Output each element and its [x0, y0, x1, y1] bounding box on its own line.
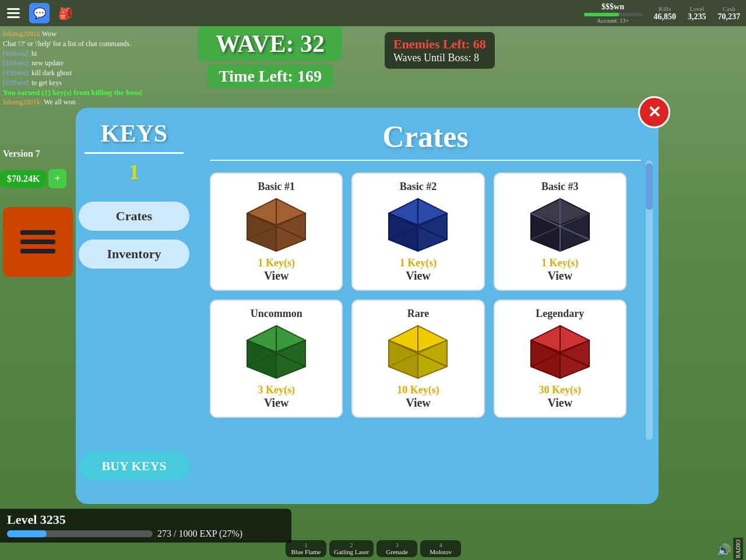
chat-icon[interactable]: 💬: [29, 3, 50, 23]
crate-view-basic3[interactable]: View: [502, 269, 618, 283]
crate-keys-rare: 10 Key(s): [360, 384, 476, 396]
money-badge: $70.24K: [0, 170, 47, 188]
crate-view-legendary[interactable]: View: [502, 396, 618, 410]
crate-name-legendary: Legendary: [502, 308, 618, 320]
chat-line-5: [SSSwn]: kill dark ghost: [3, 68, 195, 78]
chat-line-4: [SSSwn]: new update: [3, 58, 195, 68]
weapon-slots: 1 Blue Flame 2 Gatling Laser 3 Grenade 4…: [286, 540, 461, 557]
crate-view-rare[interactable]: View: [360, 396, 476, 410]
chat-text-1: Wow: [42, 30, 57, 38]
slot-num-2: 2: [334, 542, 369, 548]
crates-modal: ✕ KEYS 1 Crates Inventory BUY KEYS Crate…: [76, 108, 659, 504]
crate-name-basic2: Basic #2: [360, 181, 476, 193]
modal-right-panel: Crates Basic #1: [192, 108, 659, 504]
won-text: We all won: [44, 98, 75, 106]
nav-crates-button[interactable]: Crates: [79, 202, 189, 231]
won-username: lolomg2001k:: [3, 98, 44, 106]
scroll-thumb: [646, 163, 653, 210]
account-info: $$$wn Account: 13+: [584, 2, 642, 24]
chat-text-6: to get keys: [31, 79, 62, 87]
level-stat: Level 3,235: [688, 5, 706, 22]
level-value: 3,235: [688, 12, 706, 22]
kills-label: Kills: [654, 5, 677, 12]
crate-name-uncommon: Uncommon: [218, 308, 335, 320]
close-button[interactable]: ✕: [638, 96, 670, 128]
crate-card-legendary[interactable]: Legendary 30 Key(s) View: [494, 300, 627, 418]
slot-num-4: 4: [425, 542, 456, 548]
weapon-name-4: Molotov: [425, 548, 456, 555]
kills-value: 46,850: [654, 12, 677, 22]
crate-view-uncommon[interactable]: View: [218, 396, 335, 410]
crate-keys-uncommon: 3 Key(s): [218, 384, 335, 396]
chat-username-1: lolomg2001k: [3, 30, 42, 38]
crate-card-rare[interactable]: Rare 10 Key(s) View: [351, 300, 484, 418]
volume-icon[interactable]: 🔊: [717, 543, 731, 557]
crate-view-basic2[interactable]: View: [360, 269, 476, 283]
exp-text: 273 / 1000 EXP (27%): [157, 529, 242, 539]
crate-visual-uncommon: [241, 323, 311, 381]
crate-keys-legendary: 30 Key(s): [502, 384, 618, 396]
buy-keys-button[interactable]: BUY KEYS: [79, 452, 189, 481]
username-label: $$$wn: [584, 2, 642, 12]
money-plus[interactable]: +: [48, 169, 66, 188]
nav-inventory-button[interactable]: Inventory: [79, 240, 189, 269]
weapon-slot-1[interactable]: 1 Blue Flame: [286, 540, 326, 557]
weapon-slot-4[interactable]: 4 Molotov: [420, 540, 461, 557]
weapon-slot-2[interactable]: 2 Gatling Laser: [329, 540, 374, 557]
chat-username-6: [SSSwn]:: [3, 79, 31, 87]
crate-name-basic1: Basic #1: [218, 181, 335, 193]
weapon-slot-3[interactable]: 3 Grenade: [376, 540, 417, 557]
level-label: Level: [688, 5, 706, 12]
chat-line-2: Chat '/?' or '/help' for a list of chat …: [3, 39, 195, 49]
bottom-hud: Level 3235 273 / 1000 EXP (27%) 1 Blue F…: [0, 516, 746, 560]
sidebar-hamburger-icon[interactable]: [3, 207, 73, 277]
crate-card-basic1[interactable]: Basic #1 1 Key(s) View: [210, 172, 343, 291]
bag-icon[interactable]: 🎒: [55, 3, 76, 23]
modal-left-panel: KEYS 1 Crates Inventory BUY KEYS: [76, 108, 192, 504]
waves-boss: Waves Until Boss: 8: [393, 52, 486, 64]
crate-visual-legendary: [525, 323, 595, 381]
chat-username-5: [SSSwn]:: [3, 69, 31, 77]
crate-name-rare: Rare: [360, 308, 476, 320]
waves-boss-label: Waves Until Boss:: [393, 52, 471, 64]
chat-text-4: new update: [31, 59, 64, 67]
chat-line-3: [SSSwn]: hi: [3, 49, 195, 59]
scroll-indicator[interactable]: [646, 160, 653, 440]
hamburger-line-1: [20, 230, 55, 235]
version-text: Version 7: [3, 149, 40, 159]
cash-label: Cash: [718, 5, 741, 12]
chat-username-3: [SSSwn]:: [3, 50, 31, 58]
weapon-name-1: Blue Flame: [290, 548, 322, 555]
crate-card-basic2[interactable]: Basic #2 1 Key(s) View: [351, 172, 484, 291]
cash-stat: Cash 70,237: [718, 5, 741, 22]
slot-num-1: 1: [290, 542, 322, 548]
money-display: $70.24K +: [0, 169, 66, 188]
crate-keys-basic1: 1 Key(s): [218, 257, 335, 269]
level-bar: Level 3235 273 / 1000 EXP (27%): [0, 509, 291, 543]
top-hud: 💬 🎒 $$$wn Account: 13+ Kills 46,850 Leve…: [0, 0, 746, 26]
modal-divider: [210, 160, 641, 161]
crate-visual-basic3: [525, 196, 595, 254]
crate-grid: Basic #1 1 Key(s) View: [210, 172, 641, 418]
chat-username-4: [SSSwn]:: [3, 59, 31, 67]
cash-value: 70,237: [718, 12, 741, 22]
crate-keys-basic3: 1 Key(s): [502, 257, 618, 269]
modal-title: Crates: [210, 119, 641, 154]
enemies-left-label: Enemies Left:: [393, 37, 470, 51]
won-message: lolomg2001k: We all won: [3, 97, 195, 107]
menu-icon[interactable]: [3, 3, 23, 23]
wave-timer: Time Left: 169: [207, 65, 333, 88]
hamburger-line-3: [20, 249, 55, 253]
crate-card-uncommon[interactable]: Uncommon 3 Key(s) View: [210, 300, 343, 418]
crate-view-basic1[interactable]: View: [218, 269, 335, 283]
wave-title: WAVE: 32: [198, 26, 342, 61]
exp-bar-bg: [7, 530, 153, 537]
radio-text: RADIO: [733, 538, 743, 560]
timer-value: 169: [297, 67, 322, 85]
hamburger-line-2: [20, 240, 55, 244]
exp-bar-fill: [7, 530, 47, 537]
crate-card-basic3[interactable]: Basic #3 1 Key(s) View: [494, 172, 627, 291]
account-label: Account: 13+: [584, 17, 642, 24]
level-text: Level 3235: [7, 512, 284, 527]
enemies-left: Enemies Left: 68: [393, 37, 486, 52]
